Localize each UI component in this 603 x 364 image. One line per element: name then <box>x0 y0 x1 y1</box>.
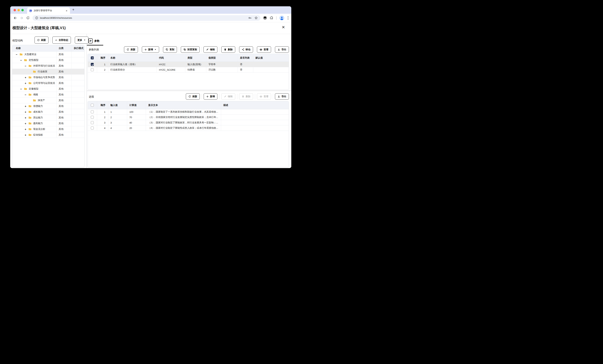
tree-row[interactable]: 行业政策其他 <box>12 69 84 75</box>
tree-row[interactable]: +营运能力其他 <box>12 115 84 121</box>
checkbox-unchecked[interactable] <box>91 121 94 124</box>
zoom-window-button[interactable] <box>21 9 24 11</box>
tree-row[interactable]: −大型建筑业其他 <box>12 52 84 57</box>
expand-toggle[interactable]: + <box>24 122 27 125</box>
extension-tile-icon[interactable] <box>263 16 267 20</box>
folder-icon <box>33 70 36 73</box>
expand-toggle[interactable]: + <box>24 128 27 131</box>
tree-row[interactable]: −规模其他 <box>12 92 84 98</box>
param-toolbar: 刷新新增复制深度复制编辑删除移动查看导出 <box>124 46 289 53</box>
info-icon[interactable] <box>35 16 38 20</box>
right-panel: P 参数 参数列表 刷新新增复制深度复制编辑删除移动查看导出 顺序名称代码类型值… <box>87 34 291 168</box>
table-row[interactable]: 2270（2）. 目前国家没有对行业发展制定实质性限制政策；且本行年... <box>88 115 289 120</box>
refresh-button[interactable]: 刷新 <box>35 36 48 44</box>
tree-row[interactable]: +现金流分析其他 <box>12 126 84 132</box>
table-cell: 3 <box>108 120 127 125</box>
folder-icon <box>28 65 32 67</box>
table-cell: 行业政策输入值（选项） <box>108 62 157 67</box>
tree-mode-cell <box>71 126 84 132</box>
collapse-toggle[interactable]: − <box>24 64 27 68</box>
table-row[interactable]: 1行业政策输入值（选项）HYZC输入值(选项)字符串否 <box>88 62 289 67</box>
checkbox-checked[interactable] <box>91 63 94 66</box>
checkbox-unchecked[interactable] <box>91 104 94 107</box>
forward-arrow-icon[interactable] <box>18 15 25 21</box>
tree-category-cell: 其他 <box>56 63 71 69</box>
export-button[interactable]: 导出 <box>275 93 289 100</box>
table-cell: 40 <box>127 120 146 125</box>
bookmark-star-icon[interactable] <box>254 16 258 20</box>
tree-node-label: 规模 <box>33 93 38 96</box>
folder-icon <box>28 134 32 136</box>
param-table-header: 顺序名称代码类型值类型是否列表默认值 <box>88 54 289 62</box>
edit-button[interactable]: 编辑 <box>203 46 217 53</box>
tree-row[interactable]: +公司管理与运营状况其他 <box>12 80 84 86</box>
tree-row[interactable]: +市场地位与竞争优势其他 <box>12 75 84 80</box>
more-button[interactable]: 更多 <box>75 36 88 44</box>
tree-row[interactable]: +偿债能力其他 <box>12 103 84 109</box>
table-row[interactable]: 2行业政策得分HYZC_SCORE结果值浮点数否 <box>88 67 289 73</box>
tree-row[interactable]: −定量模型其他 <box>12 86 84 92</box>
copy-button[interactable]: 复制 <box>163 46 177 53</box>
expand-toggle[interactable]: + <box>24 82 27 85</box>
checkbox-unchecked[interactable] <box>91 126 94 129</box>
new-tab-button[interactable]: + <box>72 8 74 12</box>
checkbox-indeterminate[interactable] <box>91 57 94 59</box>
view-button[interactable]: 查看 <box>257 46 271 53</box>
collapse-toggle[interactable]: − <box>24 93 27 96</box>
expand-toggle[interactable]: + <box>24 76 27 79</box>
refresh-button[interactable]: 刷新 <box>186 93 200 100</box>
tab-params[interactable]: P 参数 <box>88 38 100 43</box>
tree-mode-cell <box>71 132 84 138</box>
table-row[interactable]: 11100（1）. 国家制定了一系列政策扶植和鼓励行业发展，尤其是税收... <box>88 109 289 115</box>
profile-avatar[interactable] <box>279 16 284 20</box>
collapse-toggle[interactable]: − <box>15 53 18 56</box>
expand-toggle[interactable]: + <box>24 105 27 108</box>
expand-toggle[interactable]: + <box>24 133 27 136</box>
deep-copy-button[interactable]: 深度复制 <box>181 46 200 53</box>
move-button[interactable]: 移动 <box>239 46 253 53</box>
expand-toggle[interactable]: + <box>24 116 27 119</box>
tree-row[interactable]: +盈利能力其他 <box>12 121 84 126</box>
address-bar[interactable]: localhost:8080/#/re/resources <box>33 15 260 21</box>
tree-mode-cell <box>71 69 84 74</box>
password-key-icon[interactable] <box>248 16 252 20</box>
collapse-toggle[interactable]: − <box>20 87 23 91</box>
expand-toggle[interactable]: + <box>24 110 27 114</box>
extensions-puzzle-icon[interactable] <box>270 16 273 20</box>
table-row[interactable]: 4420（4）. 国家对行业制定了限制性或禁入政策；或本行年度授信政... <box>88 125 289 131</box>
export-button[interactable]: 导出 <box>275 46 289 53</box>
table-row[interactable]: 3340（3）. 国家对行业制定了限制政策，对行业发展具有一定影响；... <box>88 120 289 125</box>
page-close-icon[interactable]: ✕ <box>282 25 285 29</box>
tree-row[interactable]: +征信指标其他 <box>12 132 84 138</box>
url-text[interactable]: localhost:8080/#/re/resources <box>40 16 246 19</box>
options-table-rows: 11100（1）. 国家制定了一系列政策扶植和鼓励行业发展，尤其是税收...22… <box>88 109 289 131</box>
collapse-all-button[interactable]: 全部收起 <box>52 36 71 44</box>
tree-row[interactable]: −外部环境与行业状况其他 <box>12 63 84 69</box>
button-divider <box>219 47 220 52</box>
reload-icon[interactable] <box>25 15 31 21</box>
table-cell <box>221 120 289 125</box>
add-button[interactable]: 新增 <box>142 46 159 53</box>
tree-row[interactable]: +成长能力其他 <box>12 109 84 115</box>
tree-row[interactable]: 净资产其他 <box>12 98 84 103</box>
table-cell: 结果值 <box>185 67 206 72</box>
folder-icon <box>33 99 36 102</box>
back-arrow-icon[interactable] <box>12 15 18 21</box>
browser-window: 决策引擎管理平台 × + localhost:8080/#/re/resourc… <box>10 6 291 168</box>
minimize-window-button[interactable] <box>17 9 20 11</box>
refresh-button[interactable]: 刷新 <box>124 46 138 53</box>
add-button[interactable]: 新增 <box>204 93 217 100</box>
tree-row[interactable]: −定性模型其他 <box>12 57 84 63</box>
close-window-button[interactable] <box>13 9 16 11</box>
delete-button[interactable]: 删除 <box>221 46 235 53</box>
browser-tab[interactable]: 决策引擎管理平台 × <box>27 7 70 14</box>
checkbox-unchecked[interactable] <box>91 68 94 71</box>
checkbox-unchecked[interactable] <box>91 116 94 119</box>
tree-category-cell: 其他 <box>56 92 71 97</box>
tab-close-icon[interactable]: × <box>65 9 68 12</box>
browser-menu-kebab-icon[interactable] <box>287 16 289 20</box>
collapse-toggle[interactable]: − <box>20 59 23 62</box>
table-cell: 1 <box>97 109 108 114</box>
checkbox-unchecked[interactable] <box>91 110 94 113</box>
table-cell: HYZC <box>157 62 185 67</box>
